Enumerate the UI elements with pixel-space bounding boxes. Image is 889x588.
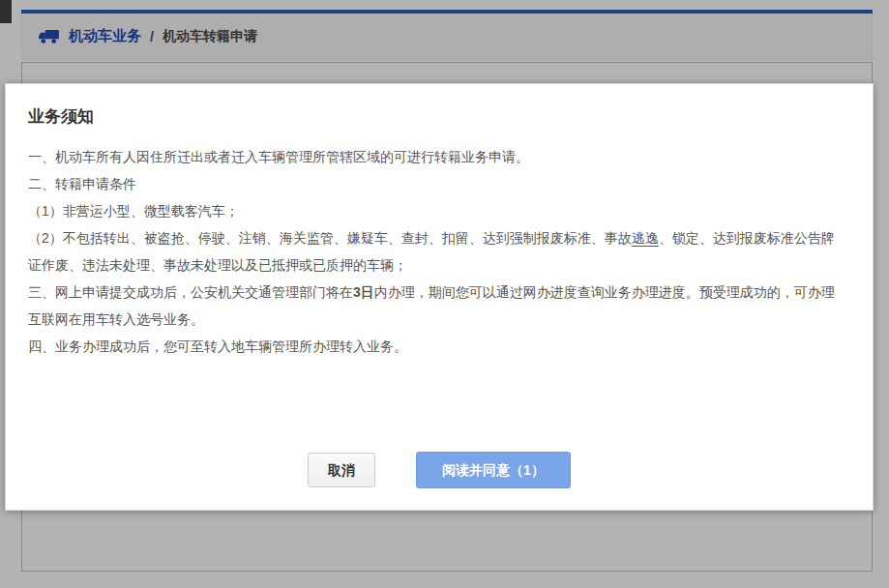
cancel-button[interactable]: 取消 <box>308 453 375 487</box>
notice-item-3: 三、网上申请提交成功后，公安机关交通管理部门将在3日内办理，期间您可以通过网办进… <box>28 279 847 333</box>
business-notice-modal: 业务须知 一、机动车所有人因住所迁出或者迁入车辆管理所管辖区域的可进行转籍业务申… <box>5 83 874 511</box>
notice-item-2-cond-1: （1）非营运小型、微型载客汽车； <box>28 197 847 224</box>
notice-item-2-cond-2: （2）不包括转出、被盗抢、停驶、注销、海关监管、嫌疑车、查封、扣留、达到强制报废… <box>28 224 847 279</box>
vehicle-service-page: 机动车业务 / 机动车转籍申请 业务须知 一、机动车所有人因住所迁出或者迁入车辆… <box>0 0 889 588</box>
bold-deadline: 3日 <box>353 284 374 300</box>
notice-item-2: 二、转籍申请条件 <box>28 170 847 197</box>
modal-button-row: 取消 阅读并同意（1） <box>6 452 873 488</box>
notice-body: 一、机动车所有人因住所迁出或者迁入车辆管理所管辖区域的可进行转籍业务申请。 二、… <box>28 143 847 360</box>
notice-item-4: 四、业务办理成功后，您可至转入地车辆管理所办理转入业务。 <box>28 333 847 360</box>
underlined-term: 逃逸 <box>632 230 659 246</box>
modal-title: 业务须知 <box>28 105 847 128</box>
notice-item-1: 一、机动车所有人因住所迁出或者迁入车辆管理所管辖区域的可进行转籍业务申请。 <box>28 143 847 170</box>
read-and-agree-button[interactable]: 阅读并同意（1） <box>416 452 571 488</box>
